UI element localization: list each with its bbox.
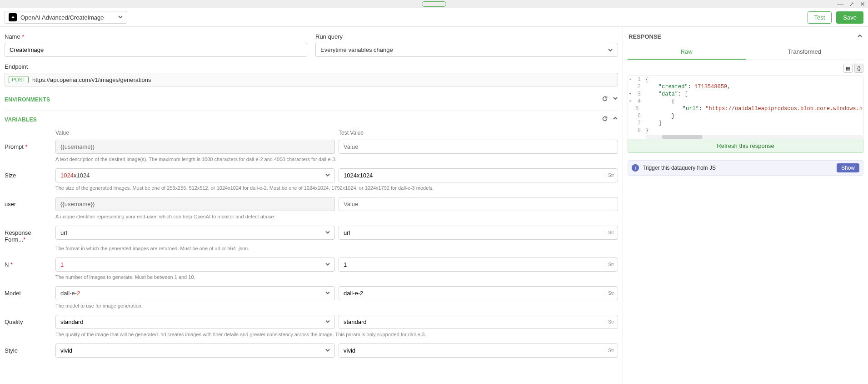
query-selector[interactable]: ✦ OpenAI Advanced/CreateImage bbox=[5, 11, 127, 24]
response-title: RESPONSE bbox=[629, 33, 661, 40]
tab-raw[interactable]: Raw bbox=[628, 45, 746, 60]
n-label: N * bbox=[5, 258, 52, 268]
window-tab-indicator bbox=[422, 1, 446, 7]
trigger-js-text: Trigger this dataquery from JS bbox=[643, 165, 716, 171]
window-minimize-icon[interactable]: — bbox=[837, 1, 843, 7]
response-hscrollbar[interactable] bbox=[645, 135, 863, 139]
size-testvalue-input[interactable]: Str bbox=[339, 168, 618, 182]
response-format-value-input[interactable] bbox=[55, 226, 335, 240]
user-help: A unique identifier representing your en… bbox=[55, 211, 618, 226]
prompt-label: Prompt * bbox=[5, 140, 52, 150]
n-help: The number of images to generate. Must b… bbox=[55, 272, 618, 286]
model-label: Model bbox=[5, 286, 52, 297]
show-button[interactable]: Show bbox=[837, 163, 859, 172]
test-button[interactable]: Test bbox=[808, 11, 832, 24]
trigger-js-strip: i Trigger this dataquery from JS Show bbox=[628, 160, 863, 176]
response-code[interactable]: ▾1{ 2 "created": 1713548659, ▾3 "data": … bbox=[628, 76, 863, 139]
style-label: Style bbox=[5, 344, 52, 354]
prompt-value-input[interactable] bbox=[55, 140, 335, 154]
openai-logo-icon: ✦ bbox=[9, 13, 17, 21]
variables-collapse-icon[interactable] bbox=[613, 116, 618, 123]
run-query-value: Everytime variables change bbox=[320, 46, 393, 53]
environments-expand-icon[interactable] bbox=[613, 96, 618, 103]
variables-section-header[interactable]: VARIABLES bbox=[5, 111, 618, 127]
size-value-input[interactable]: 1024x1024 bbox=[55, 168, 335, 182]
environments-section-header[interactable]: ENVIRONMENTS bbox=[5, 91, 618, 107]
quality-value-input[interactable] bbox=[55, 315, 335, 329]
model-value-input[interactable]: dall-e-2 bbox=[55, 286, 335, 300]
name-label: Name * bbox=[5, 33, 307, 40]
user-label: user bbox=[5, 197, 52, 207]
endpoint-field[interactable]: POST https://api.openai.com/v1/images/ge… bbox=[5, 73, 618, 86]
prompt-testvalue-input[interactable] bbox=[339, 140, 618, 154]
type-tag: Str bbox=[604, 173, 618, 178]
environments-refresh-icon[interactable] bbox=[602, 96, 608, 103]
window-maximize-icon[interactable]: ⤢ bbox=[849, 1, 854, 7]
style-value-input[interactable] bbox=[55, 344, 335, 358]
response-collapse-icon[interactable] bbox=[857, 33, 863, 40]
tab-transformed[interactable]: Transformed bbox=[746, 45, 864, 60]
variables-refresh-icon[interactable] bbox=[602, 116, 608, 123]
response-panel: RESPONSE Raw Transformed ▦ {} ▾1{ 2 "cre… bbox=[623, 27, 868, 384]
response-format-help: The format in which the generated images… bbox=[55, 243, 618, 258]
quality-label: Quality bbox=[5, 315, 52, 325]
view-table-icon[interactable]: ▦ bbox=[843, 64, 853, 73]
response-format-label: Response Form...* bbox=[5, 226, 52, 243]
user-testvalue-input[interactable] bbox=[339, 197, 618, 211]
endpoint-label: Endpoint bbox=[5, 63, 618, 70]
refresh-response-button[interactable]: Refresh this response bbox=[628, 139, 863, 153]
prompt-help: A text description of the desired image(… bbox=[55, 154, 618, 168]
user-value-input[interactable] bbox=[55, 197, 335, 211]
quality-help: The quality of the image that will be ge… bbox=[55, 329, 618, 344]
query-selector-label: OpenAI Advanced/CreateImage bbox=[20, 14, 104, 21]
type-tag: Str bbox=[604, 319, 618, 324]
type-tag: Str bbox=[604, 262, 618, 267]
size-help: The size of the generated images. Must b… bbox=[55, 182, 618, 197]
run-query-select[interactable]: Everytime variables change bbox=[315, 43, 618, 57]
n-value-input[interactable]: 1 bbox=[55, 258, 335, 272]
model-testvalue-input[interactable]: Str bbox=[339, 286, 618, 300]
name-input[interactable] bbox=[5, 43, 307, 57]
endpoint-url: https://api.openai.com/v1/images/generat… bbox=[32, 76, 151, 83]
run-query-label: Run query bbox=[315, 33, 618, 40]
chevron-down-icon bbox=[118, 14, 123, 21]
info-icon: i bbox=[632, 164, 639, 172]
topbar: ✦ OpenAI Advanced/CreateImage Test Save bbox=[0, 8, 868, 27]
save-button[interactable]: Save bbox=[836, 11, 863, 24]
column-testvalue-header: Test Value bbox=[339, 127, 618, 140]
http-method-badge: POST bbox=[9, 76, 29, 83]
n-testvalue-input[interactable]: Str bbox=[339, 258, 618, 272]
type-tag: Str bbox=[604, 348, 618, 353]
chevron-down-icon bbox=[608, 47, 613, 53]
column-value-header: Value bbox=[55, 127, 335, 140]
config-panel: Name * Run query Everytime variables cha… bbox=[0, 27, 623, 384]
style-testvalue-input[interactable]: Str bbox=[339, 344, 618, 358]
view-json-icon[interactable]: {} bbox=[854, 64, 863, 73]
size-label: Size bbox=[5, 168, 52, 179]
quality-testvalue-input[interactable]: Str bbox=[339, 315, 618, 329]
type-tag: Str bbox=[604, 291, 618, 296]
model-help: The model to use for image generation. bbox=[55, 300, 618, 315]
window-close-icon[interactable]: ✕ bbox=[860, 1, 865, 7]
window-titlebar: — ⤢ ✕ bbox=[0, 0, 868, 8]
type-tag: Str bbox=[604, 230, 618, 235]
variables-grid: Value Test Value Prompt * A text descrip… bbox=[5, 127, 618, 358]
response-tabs: Raw Transformed bbox=[628, 45, 863, 60]
response-format-testvalue-input[interactable]: Str bbox=[339, 226, 618, 240]
